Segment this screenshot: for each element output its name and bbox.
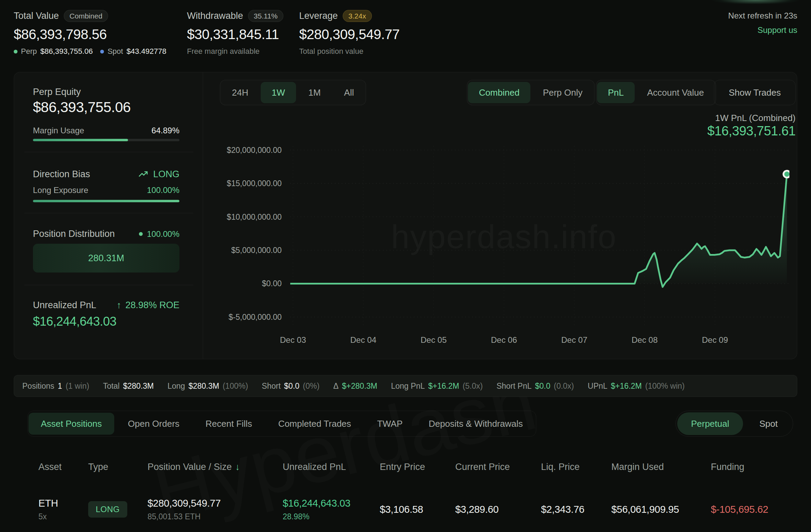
range-1m-button[interactable]: 1M — [297, 82, 332, 103]
direction-bias-value: LONG — [153, 169, 179, 180]
x-axis-tick: Dec 08 — [621, 335, 669, 345]
long-exposure-label: Long Exposure — [33, 185, 88, 195]
x-axis-tick: Dec 07 — [550, 335, 598, 345]
mode-account-value-button[interactable]: Account Value — [636, 82, 715, 103]
leverage-subtext: Total position value — [299, 47, 363, 56]
position-distribution-block-value: 280.31M — [88, 253, 124, 264]
y-axis-tick: $5,000,000.00 — [199, 246, 282, 255]
spot-label: Spot — [107, 47, 123, 56]
tab-asset-positions[interactable]: Asset Positions — [28, 413, 114, 435]
perp-equity-value: $86,393,755.06 — [33, 99, 179, 116]
combined-badge[interactable]: Combined — [64, 10, 108, 22]
spot-value: $43.492778 — [127, 47, 166, 56]
x-axis-tick: Dec 03 — [269, 335, 317, 345]
row-size: 85,001.53 ETH — [148, 512, 283, 521]
pnl-chart: $20,000,000.00$15,000,000.00$10,000,000.… — [290, 146, 789, 328]
divider — [24, 213, 193, 213]
long-exposure-fill — [33, 200, 179, 202]
summary-positions: Positions 1 (1 win) — [22, 382, 89, 391]
y-axis-tick: $0.00 — [199, 279, 282, 288]
tab-recent-fills[interactable]: Recent Fills — [193, 413, 265, 435]
chart-period-label: 1W PnL (Combined) — [715, 113, 796, 123]
summary-short: Short $0.0 (0%) — [262, 382, 319, 391]
summary-upnl: UPnL $+16.2M (100% win) — [588, 382, 685, 391]
summary-delta: Δ $+280.3M — [333, 382, 377, 391]
summary-long-pnl: Long PnL $+16.2M (5.0x) — [391, 382, 483, 391]
pnl-chart-svg — [290, 146, 789, 328]
mode-pnl-button[interactable]: PnL — [597, 82, 635, 103]
range-all-button[interactable]: All — [333, 82, 365, 103]
spot-dot-icon — [100, 50, 104, 53]
leverage-label: Leverage — [299, 11, 338, 21]
withdrawable-amount: $30,331,845.11 — [187, 27, 283, 42]
positions-tabs: Asset Positions Open Orders Recent Fills… — [27, 411, 536, 437]
long-exposure-value: 100.00% — [147, 185, 179, 195]
row-unrealized-pnl: $16,244,643.03 — [283, 498, 380, 509]
scope-perp-only-button[interactable]: Perp Only — [532, 82, 593, 103]
positions-table-header: Asset Type Position Value / Size↓ Unreal… — [38, 456, 797, 478]
total-value-amount: $86,393,798.56 — [14, 27, 166, 42]
unrealized-pnl-value: $16,244,643.03 — [33, 314, 179, 329]
show-trades-button[interactable]: Show Trades — [714, 80, 796, 105]
range-1w-button[interactable]: 1W — [261, 82, 296, 103]
chart-period-pnl-value: $16,393,751.61 — [707, 124, 796, 138]
withdrawable-label: Withdrawable — [187, 11, 243, 21]
row-liq-price: $2,343.76 — [541, 504, 611, 515]
withdrawable-subtext: Free margin available — [187, 47, 260, 56]
margin-usage-fill — [33, 139, 128, 141]
col-current-price: Current Price — [455, 462, 541, 472]
total-value-label: Total Value — [14, 11, 59, 21]
margin-usage-bar — [33, 139, 179, 141]
divider — [24, 285, 193, 285]
row-leverage: 5x — [38, 512, 88, 521]
stat-withdrawable: Withdrawable 35.11% $30,331,845.11 Free … — [187, 9, 283, 56]
col-asset: Asset — [38, 462, 88, 472]
trend-up-icon — [139, 171, 149, 178]
market-toggle-group: Perpetual Spot — [675, 411, 793, 437]
divider — [24, 152, 193, 152]
tab-open-orders[interactable]: Open Orders — [116, 413, 192, 435]
col-position-value[interactable]: Position Value / Size↓ — [148, 462, 283, 472]
leverage-badge: 3.24x — [343, 10, 372, 22]
range-24h-button[interactable]: 24H — [221, 82, 259, 103]
row-entry-price: $3,106.58 — [380, 504, 455, 515]
position-distribution-value: 100.00% — [147, 229, 179, 239]
x-axis-tick: Dec 06 — [480, 335, 528, 345]
tab-twap[interactable]: TWAP — [365, 413, 415, 435]
col-type: Type — [88, 462, 148, 472]
market-spot-button[interactable]: Spot — [746, 412, 792, 435]
row-asset: ETH — [38, 498, 88, 509]
y-axis-tick: $15,000,000.00 — [199, 179, 282, 188]
unrealized-pnl-label: Unrealized PnL — [33, 300, 96, 311]
row-margin-used: $56,061,909.95 — [611, 504, 711, 515]
perp-equity-label: Perp Equity — [33, 87, 179, 97]
table-row[interactable]: ETH 5x LONG $280,309,549.77 85,001.53 ET… — [38, 487, 797, 532]
x-axis-tick: Dec 05 — [410, 335, 458, 345]
distribution-dot-icon — [139, 232, 143, 236]
refresh-countdown: Next refresh in 23s — [728, 11, 797, 21]
support-us-link[interactable]: Support us — [757, 25, 797, 35]
y-axis-tick: $10,000,000.00 — [199, 213, 282, 222]
scope-toggle-group: Combined Perp Only — [467, 80, 595, 105]
stat-total-value: Total Value Combined $86,393,798.56 Perp… — [14, 9, 166, 56]
col-liq-price: Liq. Price — [541, 462, 611, 472]
row-roe: 28.98% — [283, 512, 380, 521]
row-position-value: $280,309,549.77 — [148, 498, 283, 509]
tab-deposits-withdrawals[interactable]: Deposits & Withdrawals — [416, 413, 535, 435]
margin-usage-label: Margin Usage — [33, 126, 84, 135]
perp-dot-icon — [14, 50, 17, 53]
mode-toggle-group: PnL Account Value — [596, 80, 716, 105]
y-axis-tick: $-5,000,000.00 — [199, 313, 282, 322]
row-funding: $-105,695.62 — [711, 504, 797, 515]
withdrawable-pct-badge: 35.11% — [248, 10, 284, 22]
summary-total: Total $280.3M — [103, 382, 154, 391]
summary-short-pnl: Short PnL $0.0 (0.0x) — [496, 382, 574, 391]
market-perpetual-button[interactable]: Perpetual — [677, 412, 743, 435]
summary-long: Long $280.3M (100%) — [167, 382, 248, 391]
x-axis-tick: Dec 04 — [339, 335, 387, 345]
col-entry-price: Entry Price — [380, 462, 455, 472]
y-axis-tick: $20,000,000.00 — [199, 146, 282, 155]
scope-combined-button[interactable]: Combined — [468, 82, 531, 103]
tab-completed-trades[interactable]: Completed Trades — [266, 413, 363, 435]
sort-desc-icon: ↓ — [235, 462, 240, 472]
